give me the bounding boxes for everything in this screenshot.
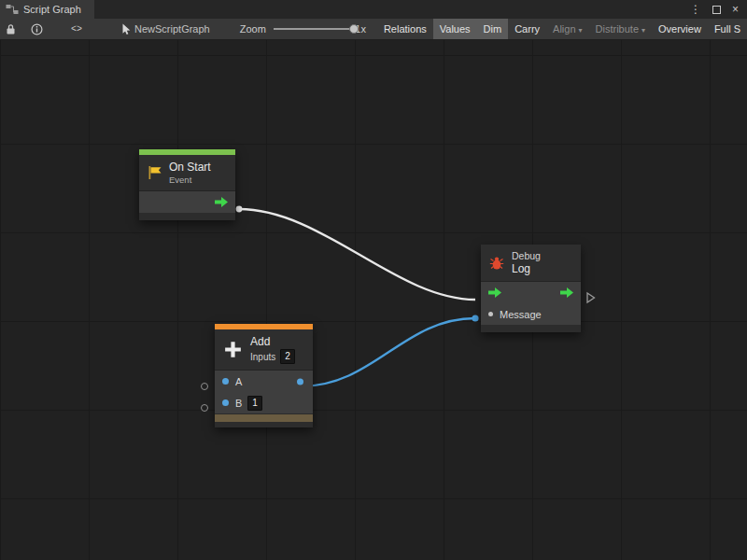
node-footer — [215, 422, 313, 427]
plus-icon — [222, 339, 244, 360]
graph-toolbar: <> NewScriptGraph Zoom 1x Relations Valu… — [0, 19, 747, 40]
trigger-input-port[interactable] — [488, 287, 501, 298]
zoom-label: Zoom — [240, 23, 266, 35]
value-input-port-b[interactable] — [222, 399, 229, 406]
flag-icon — [147, 165, 162, 180]
wires-layer — [0, 40, 747, 560]
node-header: Add Inputs 2 — [215, 329, 313, 370]
node-title: Add — [250, 335, 295, 348]
graph-canvas[interactable]: On Start Event — [0, 40, 747, 560]
zoom-slider[interactable] — [274, 23, 350, 35]
node-add[interactable]: Add Inputs 2 A B 1 — [215, 324, 313, 427]
relations-toggle[interactable]: Relations — [377, 19, 433, 39]
cursor-icon — [121, 23, 131, 35]
port-b-value-field[interactable]: 1 — [247, 396, 262, 411]
script-graph-window: Script Graph ⋮ × <> NewScriptGraph Zoom … — [0, 0, 747, 560]
node-on-start[interactable]: On Start Event — [139, 149, 235, 220]
zoom-slider-track — [274, 28, 350, 30]
node-header: Debug Log — [481, 245, 581, 281]
message-input-port[interactable] — [488, 312, 493, 316]
carry-triangle-icon — [585, 291, 596, 306]
node-title: On Start — [169, 161, 211, 174]
value-output-port[interactable] — [297, 378, 303, 385]
lock-icon[interactable] — [6, 23, 16, 35]
trigger-output-port[interactable] — [560, 287, 573, 298]
maximize-icon[interactable] — [712, 6, 721, 14]
default-value-circle-b[interactable] — [201, 404, 208, 412]
port-row-b: B 1 — [215, 392, 313, 413]
kebab-menu-icon[interactable]: ⋮ — [690, 4, 701, 15]
node-footer — [139, 213, 235, 220]
node-footer — [481, 325, 581, 332]
inputs-count-field[interactable]: 2 — [280, 349, 295, 364]
node-header: On Start Event — [139, 155, 235, 190]
distribute-dropdown[interactable]: Distribute ▾ — [589, 19, 652, 39]
tab-bar: Script Graph ⋮ × — [0, 0, 747, 19]
breadcrumb-graph-name[interactable]: NewScriptGraph — [134, 23, 210, 35]
connection-wire-trigger[interactable] — [239, 209, 475, 300]
port-row-a: A — [215, 371, 313, 392]
tab-label: Script Graph — [23, 4, 81, 15]
window-controls: ⋮ × — [690, 0, 747, 19]
toolbar-buttons: Relations Values Dim Carry Align ▾ Distr… — [377, 19, 747, 39]
inputs-label: Inputs — [250, 352, 275, 362]
connection-wire-value[interactable] — [301, 318, 475, 386]
dim-toggle[interactable]: Dim — [477, 19, 509, 39]
carry-toggle[interactable]: Carry — [508, 19, 546, 39]
port-label: B — [235, 398, 242, 409]
overview-button[interactable]: Overview — [652, 19, 708, 39]
node-subtitle: Event — [169, 175, 211, 185]
distribute-label: Distribute — [596, 23, 639, 35]
trigger-output-port[interactable] — [215, 197, 228, 207]
default-value-circle-a[interactable] — [201, 383, 208, 390]
align-dropdown[interactable]: Align ▾ — [546, 19, 588, 39]
graph-icon — [6, 4, 19, 15]
bug-icon — [488, 256, 505, 271]
node-category: Debug — [512, 250, 541, 261]
node-title: Log — [512, 262, 541, 275]
node-debug-log[interactable]: Debug Log Message — [481, 245, 581, 332]
chevron-down-icon: ▾ — [641, 26, 645, 35]
fullscreen-button[interactable]: Full S — [708, 19, 747, 39]
chevron-down-icon: ▾ — [579, 26, 583, 35]
wire-endpoint-dot — [472, 315, 478, 321]
node-footer-band — [215, 413, 313, 422]
port-label: Message — [500, 309, 542, 320]
values-toggle[interactable]: Values — [433, 19, 477, 39]
close-icon[interactable]: × — [732, 4, 739, 15]
zoom-slider-handle[interactable] — [349, 24, 359, 34]
code-icon[interactable]: <> — [71, 24, 82, 35]
port-label: A — [235, 376, 242, 387]
wire-endpoint-dot — [236, 206, 243, 213]
tab-script-graph[interactable]: Script Graph — [0, 0, 94, 19]
value-input-port-a[interactable] — [222, 378, 229, 385]
align-label: Align — [553, 23, 575, 35]
info-icon[interactable] — [31, 23, 43, 35]
